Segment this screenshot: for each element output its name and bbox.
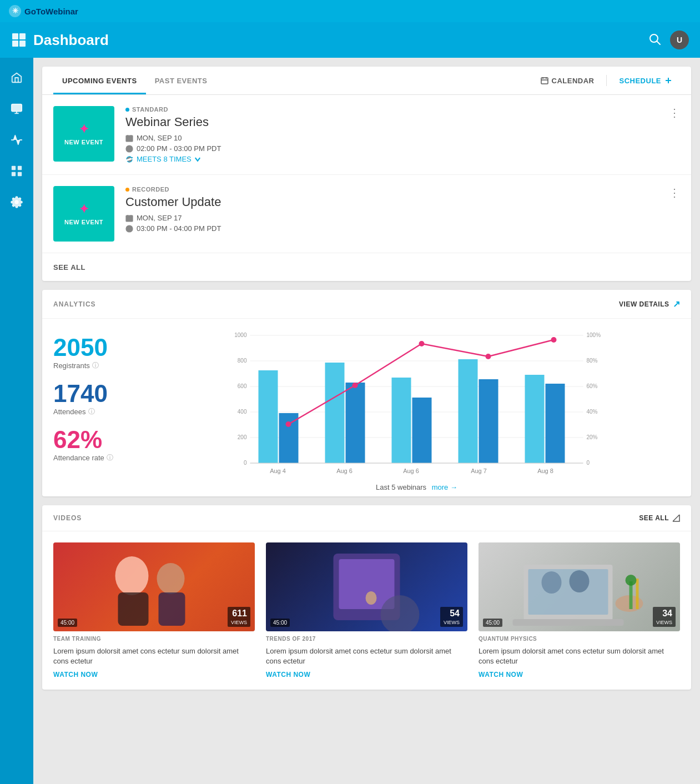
svg-rect-50 xyxy=(259,370,278,463)
videos-card: VIDEOS SEE ALL xyxy=(42,505,691,690)
videos-grid: 45:00 611 VIEWS TEAM TRAINING Lorem ipsu… xyxy=(42,531,691,690)
see-all-link[interactable]: SEE ALL xyxy=(53,263,85,272)
svg-rect-4 xyxy=(12,41,18,47)
chart-more-link[interactable]: more → xyxy=(432,483,457,491)
search-button[interactable] xyxy=(649,33,661,47)
svg-text:Aug 6: Aug 6 xyxy=(336,468,352,474)
app-layout: Upcoming Events Past Events CALENDAR xyxy=(0,58,700,784)
sidebar-item-home[interactable] xyxy=(3,64,30,91)
analytics-chart: 0 200 400 600 800 1000 0 20% 40% 60% 80%… xyxy=(153,330,680,485)
attendees-value: 1740 xyxy=(53,381,142,406)
video-views-1: 54 VIEWS xyxy=(440,607,463,627)
event-time-1: 02:00 PM - 03:00 PM PDT xyxy=(137,144,221,153)
logo-text: GoToWebinar xyxy=(24,7,78,16)
stat-registrants: 2050 Registrants ⓘ xyxy=(53,335,142,370)
refresh-icon-1 xyxy=(125,155,133,163)
clock-icon-1 xyxy=(125,145,133,153)
stat-attendees: 1740 Attendees ⓘ xyxy=(53,381,142,416)
videos-header: VIDEOS SEE ALL xyxy=(42,505,691,531)
sidebar-item-analytics[interactable] xyxy=(3,127,30,153)
info-icon-attendees: ⓘ xyxy=(88,407,95,416)
video-image-svg-2 xyxy=(479,542,680,631)
svg-rect-2 xyxy=(12,33,18,39)
event-meta-2: MON, SEP 17 03:00 PM - 04:00 PM PDT xyxy=(125,214,680,233)
event-item-webinar-series: ✦ NEW EVENT STANDARD Webinar Series xyxy=(42,95,691,175)
video-desc-1: Lorem ipsum dolorsit amet cons ectetur s… xyxy=(266,646,467,666)
videos-title: VIDEOS xyxy=(53,514,82,522)
analytics-header: ANALYTICS VIEW DETAILS ↗ xyxy=(42,290,691,319)
svg-point-61 xyxy=(352,383,358,388)
star-icon-2: ✦ xyxy=(79,202,89,217)
svg-text:20%: 20% xyxy=(587,434,598,440)
avatar[interactable]: U xyxy=(670,31,689,49)
thumbnail-label-2: NEW EVENT xyxy=(64,219,103,225)
svg-rect-16 xyxy=(541,78,548,84)
svg-rect-73 xyxy=(118,592,149,626)
event-title-2: Customer Update xyxy=(125,195,680,209)
views-count-0: 611 xyxy=(231,609,247,619)
calendar-label: CALENDAR xyxy=(552,77,595,85)
svg-text:60%: 60% xyxy=(587,383,598,389)
trend-icon: ↗ xyxy=(673,299,681,309)
svg-point-84 xyxy=(542,571,562,594)
sidebar-item-settings[interactable] xyxy=(3,189,30,215)
svg-line-71 xyxy=(673,515,679,521)
svg-point-60 xyxy=(286,421,291,427)
watch-now-link-1[interactable]: WATCH NOW xyxy=(266,671,467,679)
meets-badge-1[interactable]: MEETS 8 TIMES xyxy=(137,155,202,163)
tab-upcoming[interactable]: Upcoming Events xyxy=(53,67,146,94)
page-title: Dashboard xyxy=(33,32,109,49)
logo-product: Webinar xyxy=(46,7,78,16)
registrants-value: 2050 xyxy=(53,335,142,360)
views-count-1: 54 xyxy=(444,609,460,619)
event-date-row-1: MON, SEP 10 xyxy=(125,134,680,142)
tabs-right: CALENDAR SCHEDULE xyxy=(533,72,680,89)
view-details-label: VIEW DETAILS xyxy=(619,300,669,308)
calendar-small-icon-2 xyxy=(125,214,133,222)
svg-point-85 xyxy=(570,570,590,592)
svg-rect-75 xyxy=(159,592,185,626)
video-views-2: 34 VIEWS xyxy=(653,607,676,627)
svg-rect-27 xyxy=(126,215,133,222)
watch-now-link-0[interactable]: WATCH NOW xyxy=(53,671,255,679)
svg-rect-8 xyxy=(12,104,22,112)
svg-rect-81 xyxy=(528,569,608,615)
more-options-button-1[interactable]: ⋮ xyxy=(669,106,680,119)
plus-icon xyxy=(664,77,672,84)
svg-rect-11 xyxy=(12,166,16,170)
analytics-card: ANALYTICS VIEW DETAILS ↗ 2050 Registrant… xyxy=(42,290,691,496)
logo-bar: ✳ GoToWebinar xyxy=(0,0,700,22)
event-badge-1: STANDARD xyxy=(125,106,680,113)
svg-text:0: 0 xyxy=(587,460,590,466)
video-image-0 xyxy=(53,542,255,631)
view-details-button[interactable]: VIEW DETAILS ↗ xyxy=(619,299,680,309)
events-card: Upcoming Events Past Events CALENDAR xyxy=(42,67,691,281)
videos-see-all-button[interactable]: SEE ALL xyxy=(639,514,680,522)
svg-line-7 xyxy=(657,41,660,44)
watch-now-link-2[interactable]: WATCH NOW xyxy=(479,671,680,679)
video-thumbnail-2: 45:00 34 VIEWS xyxy=(479,542,680,631)
event-meets-row-1: MEETS 8 TIMES xyxy=(125,155,680,163)
star-icon-1: ✦ xyxy=(79,122,89,137)
svg-text:1000: 1000 xyxy=(234,332,247,338)
header-actions: U xyxy=(649,31,689,49)
analytics-title: ANALYTICS xyxy=(53,300,96,308)
sidebar-item-apps[interactable] xyxy=(3,158,30,184)
schedule-button[interactable]: SCHEDULE xyxy=(611,72,680,89)
svg-rect-14 xyxy=(18,172,22,176)
calendar-button[interactable]: CALENDAR xyxy=(533,72,602,89)
svg-point-63 xyxy=(486,354,491,359)
stat-attendance-rate: 62% Attendance rate ⓘ xyxy=(53,428,142,463)
svg-point-72 xyxy=(115,556,149,595)
video-duration-1: 45:00 xyxy=(270,619,290,627)
tab-past[interactable]: Past Events xyxy=(146,67,216,94)
more-options-button-2[interactable]: ⋮ xyxy=(669,186,680,199)
sidebar-item-webinars[interactable] xyxy=(3,96,30,122)
sidebar xyxy=(0,58,33,784)
svg-text:Aug 4: Aug 4 xyxy=(270,468,286,474)
chevron-down-icon-1 xyxy=(194,155,202,163)
svg-point-79 xyxy=(366,591,377,605)
video-image-2 xyxy=(479,542,680,631)
event-time-row-1: 02:00 PM - 03:00 PM PDT xyxy=(125,144,680,153)
svg-point-64 xyxy=(551,337,557,343)
